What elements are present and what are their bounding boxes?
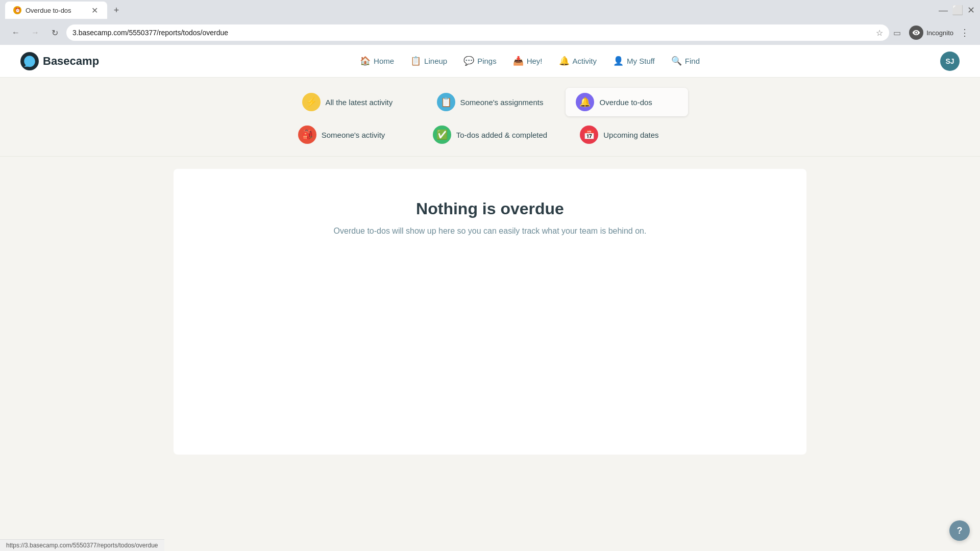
dropdown-all-latest-activity[interactable]: ⚡ All the latest activity (292, 88, 414, 116)
dropdown-todos-added-completed[interactable]: ✅ To-dos added & completed (423, 120, 557, 149)
nav-hey[interactable]: 📥 Hey! (506, 52, 550, 70)
incognito-label: Incognito (926, 29, 953, 37)
someones-assignments-label: Someone's assignments (460, 98, 544, 107)
address-bar[interactable]: 3.basecamp.com/5550377/reports/todos/ove… (66, 24, 889, 41)
nav-find-label: Find (685, 57, 700, 65)
upcoming-dates-icon: 📅 (580, 126, 598, 144)
user-avatar[interactable]: SJ (940, 52, 960, 71)
active-tab: ⏰ Overdue to-dos ✕ (5, 2, 107, 19)
browser-chrome: ⏰ Overdue to-dos ✕ + — ⬜ ✕ ← → ↻ 3.basec… (0, 0, 980, 45)
content-card: Nothing is overdue Overdue to-dos will s… (174, 169, 806, 455)
mystuff-icon: 👤 (613, 56, 624, 66)
dropdown-overdue-todos[interactable]: 🔔 Overdue to-dos (566, 88, 688, 116)
todos-added-completed-icon: ✅ (433, 126, 451, 144)
nav-activity[interactable]: 🔔 Activity (552, 52, 604, 70)
window-controls: — ⬜ ✕ (939, 5, 975, 16)
all-latest-activity-icon: ⚡ (302, 93, 321, 111)
nav-lineup-label: Lineup (424, 57, 447, 65)
address-bar-row: ← → ↻ 3.basecamp.com/5550377/reports/tod… (0, 20, 980, 45)
app-header: Basecamp 🏠 Home 📋 Lineup 💬 Pings 📥 Hey! … (0, 45, 980, 78)
status-bar: https://3.basecamp.com/5550377/reports/t… (0, 539, 164, 551)
minimize-button[interactable]: — (939, 5, 948, 16)
nav-home-label: Home (374, 57, 394, 65)
nav-pings-label: Pings (477, 57, 497, 65)
logo-icon (20, 52, 39, 70)
sidebar-button[interactable]: ▭ (893, 28, 901, 38)
refresh-button[interactable]: ↻ (47, 25, 62, 40)
nav-home[interactable]: 🏠 Home (353, 52, 401, 70)
nav-hey-label: Hey! (527, 57, 543, 65)
hey-icon: 📥 (513, 56, 524, 66)
someones-activity-icon: 🎒 (298, 126, 316, 144)
new-tab-button[interactable]: + (109, 3, 124, 17)
main-nav: 🏠 Home 📋 Lineup 💬 Pings 📥 Hey! 🔔 Activit… (119, 52, 940, 70)
pings-icon: 💬 (463, 56, 474, 66)
nav-lineup[interactable]: 📋 Lineup (403, 52, 454, 70)
main-content: Nothing is overdue Overdue to-dos will s… (0, 159, 980, 465)
overdue-todos-icon: 🔔 (576, 93, 594, 111)
url-text: 3.basecamp.com/5550377/reports/todos/ove… (72, 29, 872, 37)
all-latest-activity-label: All the latest activity (326, 98, 393, 107)
close-button[interactable]: ✕ (967, 5, 975, 16)
find-icon: 🔍 (671, 56, 682, 66)
incognito-icon (909, 26, 923, 40)
nav-activity-label: Activity (573, 57, 597, 65)
logo-text: Basecamp (43, 55, 99, 68)
upcoming-dates-label: Upcoming dates (603, 131, 658, 139)
lineup-icon: 📋 (410, 56, 421, 66)
tab-favicon: ⏰ (13, 6, 21, 14)
dropdown-upcoming-dates[interactable]: 📅 Upcoming dates (570, 120, 692, 149)
tab-bar: ⏰ Overdue to-dos ✕ + — ⬜ ✕ (0, 0, 980, 20)
dropdown-row-2: 🎒 Someone's activity ✅ To-dos added & co… (286, 120, 694, 149)
nav-find[interactable]: 🔍 Find (664, 52, 707, 70)
nothing-title: Nothing is overdue (416, 199, 564, 218)
incognito-area: Incognito (909, 26, 953, 40)
tab-close-button[interactable]: ✕ (90, 6, 99, 15)
activity-dropdown: ⚡ All the latest activity 📋 Someone's as… (0, 78, 980, 154)
dropdown-row-1: ⚡ All the latest activity 📋 Someone's as… (286, 88, 694, 116)
back-button[interactable]: ← (8, 25, 23, 40)
nav-pings[interactable]: 💬 Pings (456, 52, 504, 70)
dropdown-someones-assignments[interactable]: 📋 Someone's assignments (427, 88, 554, 116)
someones-activity-label: Someone's activity (322, 131, 385, 139)
someones-assignments-icon: 📋 (437, 93, 455, 111)
status-url: https://3.basecamp.com/5550377/reports/t… (6, 542, 158, 549)
todos-added-completed-label: To-dos added & completed (456, 131, 547, 139)
overdue-todos-label: Overdue to-dos (599, 98, 652, 107)
maximize-button[interactable]: ⬜ (952, 5, 963, 16)
nav-mystuff[interactable]: 👤 My Stuff (606, 52, 662, 70)
divider (0, 156, 980, 157)
help-button[interactable]: ? (949, 520, 970, 541)
forward-button[interactable]: → (28, 25, 43, 40)
activity-icon: 🔔 (559, 56, 570, 66)
home-icon: 🏠 (360, 56, 371, 66)
logo[interactable]: Basecamp (20, 52, 99, 70)
nothing-desc: Overdue to-dos will show up here so you … (334, 227, 647, 236)
more-options-button[interactable]: ⋮ (958, 26, 972, 40)
dropdown-someones-activity[interactable]: 🎒 Someone's activity (288, 120, 410, 149)
bookmark-button[interactable]: ☆ (876, 28, 883, 38)
dropdown-grid: ⚡ All the latest activity 📋 Someone's as… (286, 88, 694, 149)
nav-mystuff-label: My Stuff (627, 57, 655, 65)
tab-title: Overdue to-dos (26, 7, 86, 14)
